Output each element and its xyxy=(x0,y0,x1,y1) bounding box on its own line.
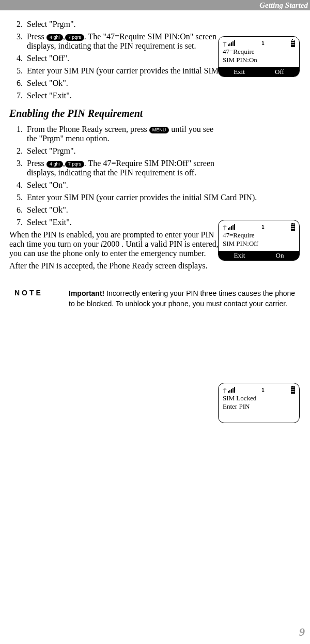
screen-line1: SIM Locked xyxy=(223,394,295,402)
screen-line1: 47=Require xyxy=(223,48,295,56)
softkey-left: Exit xyxy=(234,67,245,77)
step-b2: 2. Select "Prgm". xyxy=(9,146,301,156)
indicator-one: 1 xyxy=(261,387,264,393)
indicator-one: 1 xyxy=(261,224,264,230)
step-3: 3. Press 4 ghi,7 pqrs. The "47=Require S… xyxy=(9,32,226,51)
screen-statusbar: ⍑ 1 xyxy=(223,39,295,48)
note-label: NOTE xyxy=(9,289,69,309)
section-heading: Enabling the PIN Requirement xyxy=(9,108,301,119)
page-header: Getting Started xyxy=(0,0,310,10)
step-b4: 4. Select "On". xyxy=(9,181,301,190)
step-b5: 5. Enter your SIM PIN (your carrier prov… xyxy=(9,193,301,202)
phone-screen-3: ⍑ 1 SIM Locked Enter PIN xyxy=(218,383,300,423)
screen-line2: SIM PIN:On xyxy=(223,56,295,64)
step-6: 6. Select "Ok". xyxy=(9,79,301,88)
header-title: Getting Started xyxy=(259,1,308,10)
phone-screen-1: ⍑ 1 47=Require SIM PIN:On Exit Off xyxy=(218,36,300,77)
screen-line1: 47=Require xyxy=(223,231,295,239)
signal-icon: ⍑ xyxy=(223,40,235,47)
softkey-right: On xyxy=(276,251,284,260)
screen-line2: Enter PIN xyxy=(223,402,295,411)
screen-softkeys: Exit Off xyxy=(219,67,299,77)
screen-body: SIM Locked Enter PIN xyxy=(223,394,295,420)
step-2: 2. Select "Prgm". xyxy=(9,20,301,29)
page-number: 9 xyxy=(299,625,305,639)
screen-softkeys: Exit On xyxy=(219,251,299,260)
paragraph-2: After the PIN is accepted, the Phone Rea… xyxy=(9,261,226,271)
screen-line2: SIM PIN:Off xyxy=(223,239,295,248)
step-b6: 6. Select "Ok". xyxy=(9,205,301,215)
note-text: Important! Incorrectly entering your PIN… xyxy=(69,289,301,309)
note-block: NOTE Important! Incorrectly entering you… xyxy=(9,289,301,309)
battery-icon xyxy=(291,386,295,394)
signal-icon: ⍑ xyxy=(223,224,235,231)
step-b3: 3. Press 4 ghi,7 pqrs. The 47=Require SI… xyxy=(9,159,226,177)
battery-icon xyxy=(291,40,295,47)
screen-body: 47=Require SIM PIN:On xyxy=(223,48,295,64)
softkey-left: Exit xyxy=(234,251,245,260)
signal-icon: ⍑ xyxy=(223,387,235,394)
key-4-icon: 4 ghi xyxy=(47,34,63,41)
screen-statusbar: ⍑ 1 xyxy=(223,386,295,394)
screen-body: 47=Require SIM PIN:Off xyxy=(223,231,295,248)
phone-screen-2: ⍑ 1 47=Require SIM PIN:Off Exit On xyxy=(218,220,300,261)
battery-icon xyxy=(291,223,295,231)
paragraph-1: When the PIN is enabled, you are prompte… xyxy=(9,230,226,258)
step-b1: 1. From the Phone Ready screen, press ME… xyxy=(9,125,226,143)
indicator-one: 1 xyxy=(261,41,264,46)
key-7-icon: 7 pqrs xyxy=(65,34,84,41)
step-7: 7. Select "Exit". xyxy=(9,91,301,100)
key-7-icon: 7 pqrs xyxy=(65,161,84,168)
key-4-icon: 4 ghi xyxy=(47,161,63,168)
key-menu-icon: MENU xyxy=(149,127,169,133)
softkey-right: Off xyxy=(275,67,284,77)
screen-statusbar: ⍑ 1 xyxy=(223,223,295,231)
